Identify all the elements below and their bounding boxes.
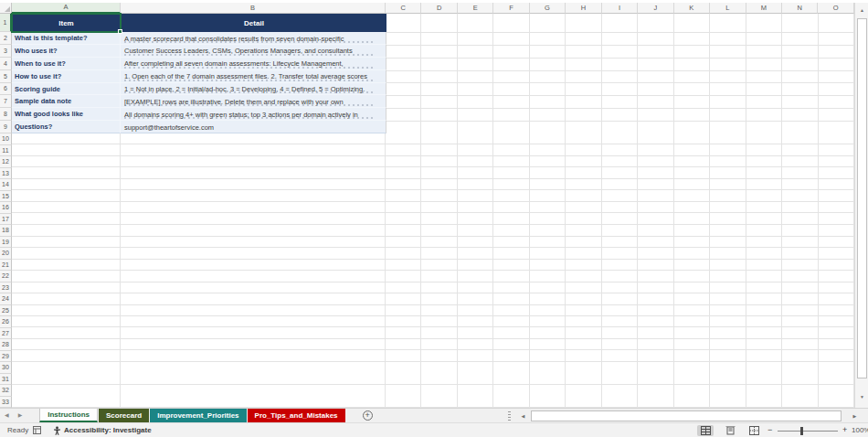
cell-detail-row5[interactable]: 1. Open each of the 7 domain assessment … (121, 70, 386, 83)
cell-detail-row6[interactable]: 1 = Not in place, 2 = Initial/ad-hoc, 3 … (121, 83, 386, 96)
row-header-7[interactable]: 7 (0, 95, 12, 108)
row-header-29[interactable]: 29 (0, 351, 12, 363)
row-header-6[interactable]: 6 (0, 83, 12, 96)
row-header-9[interactable]: 9 (0, 121, 12, 133)
row-header-8[interactable]: 8 (0, 108, 12, 121)
normal-view-button[interactable] (697, 425, 714, 436)
cell-detail-row8[interactable]: All domains scoring 4+ with green status… (121, 108, 386, 121)
table-row: Who uses it?Customer Success Leaders, CS… (12, 45, 386, 58)
row-header-30[interactable]: 30 (0, 362, 12, 374)
row-header-15[interactable]: 15 (0, 191, 12, 203)
cell-detail-row7[interactable]: [EXAMPLE] rows are illustrative. Delete … (121, 95, 386, 108)
sheet-nav-right-icon[interactable]: ▶ (14, 409, 27, 422)
cell-detail-row2[interactable]: A master scorecard that consolidates res… (121, 32, 386, 45)
row-header-31[interactable]: 31 (0, 374, 12, 386)
zoom-out-icon[interactable]: − (767, 425, 772, 434)
row-header-20[interactable]: 20 (0, 248, 12, 260)
row-header-25[interactable]: 25 (0, 305, 12, 317)
select-all-corner[interactable] (0, 3, 12, 14)
column-header-M[interactable]: M (746, 3, 782, 14)
column-header-row: ABCDEFGHIJKLMNO (0, 3, 854, 14)
sheet-tab-pro_tips_and_mistakes[interactable]: Pro_Tips_and_Mistakes (248, 409, 345, 422)
row-header-26[interactable]: 26 (0, 316, 12, 328)
cell-detail-row9[interactable]: support@theartofservice.com (121, 121, 386, 133)
gridlines-horizontal-empty (12, 133, 854, 408)
row-header-21[interactable]: 21 (0, 260, 12, 272)
cell-item-row9[interactable]: Questions? (12, 121, 121, 133)
column-header-H[interactable]: H (566, 3, 601, 14)
scroll-up-icon[interactable]: ▲ (856, 4, 868, 16)
row-header-24[interactable]: 24 (0, 293, 12, 305)
row-header-17[interactable]: 17 (0, 214, 12, 226)
gridline-col-b-c (385, 133, 386, 408)
cell-detail-row3[interactable]: Customer Success Leaders, CSMs, Operatio… (121, 45, 386, 58)
row-header-4[interactable]: 4 (0, 58, 12, 70)
row-header-10[interactable]: 10 (0, 133, 12, 145)
cell-item-row4[interactable]: When to use it? (12, 58, 121, 70)
zoom-level-label[interactable]: 100% (852, 426, 868, 434)
row-header-3[interactable]: 3 (0, 45, 12, 58)
status-bar: Ready Accessibility: Investigate − + 100… (0, 422, 868, 437)
column-header-E[interactable]: E (458, 3, 493, 14)
header-cell-detail[interactable]: Detail (121, 14, 386, 32)
new-sheet-button[interactable]: + (363, 410, 373, 421)
zoom-slider-track[interactable] (778, 431, 838, 432)
macro-record-icon[interactable] (33, 426, 41, 436)
cell-item-row7[interactable]: Sample data note (12, 95, 121, 108)
sheet-nav-left-icon[interactable]: ◀ (0, 409, 14, 422)
zoom-in-icon[interactable]: + (842, 425, 847, 434)
sheet-tab-bar: ◀ ▶ InstructionsScorecardImprovement_Pri… (0, 408, 868, 422)
column-header-K[interactable]: K (674, 3, 710, 14)
row-header-18[interactable]: 18 (0, 225, 12, 237)
accessibility-status-label[interactable]: Accessibility: Investigate (64, 426, 152, 434)
cell-item-row6[interactable]: Scoring guide (12, 83, 121, 96)
sheet-tab-scorecard[interactable]: Scorecard (99, 409, 149, 422)
sheet-tab-instructions[interactable]: Instructions (39, 409, 98, 422)
row-header-13[interactable]: 13 (0, 168, 12, 180)
row-header-32[interactable]: 32 (0, 385, 12, 397)
column-header-C[interactable]: C (386, 3, 421, 14)
scroll-left-icon[interactable]: ◀ (517, 410, 529, 421)
column-header-O[interactable]: O (818, 3, 853, 14)
cell-item-row8[interactable]: What good looks like (12, 108, 121, 121)
cell-item-row5[interactable]: How to use it? (12, 70, 121, 83)
column-header-F[interactable]: F (493, 3, 529, 14)
header-cell-item[interactable]: Item (12, 14, 121, 32)
cell-detail-row4[interactable]: After completing all seven domain assess… (121, 58, 386, 70)
row-header-2[interactable]: 2 (0, 32, 12, 45)
tab-splitter-grip[interactable] (508, 411, 511, 421)
row-header-33[interactable]: 33 (0, 397, 12, 409)
column-header-D[interactable]: D (421, 3, 457, 14)
cell-item-row2[interactable]: What is this template? (12, 32, 121, 45)
row-header-27[interactable]: 27 (0, 328, 12, 340)
row-header-19[interactable]: 19 (0, 237, 12, 249)
excel-window: ABCDEFGHIJKLMNO 123456789101112131415161… (0, 0, 868, 437)
row-header-28[interactable]: 28 (0, 339, 12, 351)
column-header-N[interactable]: N (782, 3, 818, 14)
vertical-scrollbar[interactable]: ▲ ▼ (854, 3, 868, 408)
row-header-12[interactable]: 12 (0, 156, 12, 168)
row-header-16[interactable]: 16 (0, 202, 12, 214)
vertical-scrollbar-thumb[interactable] (857, 18, 867, 378)
scroll-down-icon[interactable]: ▼ (856, 390, 868, 402)
row-header-1[interactable]: 1 (0, 14, 12, 32)
row-header-11[interactable]: 11 (0, 145, 12, 157)
column-header-L[interactable]: L (710, 3, 746, 14)
column-header-B[interactable]: B (121, 3, 386, 14)
accessibility-icon (53, 426, 61, 437)
row-header-14[interactable]: 14 (0, 179, 12, 191)
horizontal-scrollbar-thumb[interactable] (531, 410, 842, 421)
scroll-right-icon[interactable]: ▶ (849, 410, 861, 421)
row-header-22[interactable]: 22 (0, 271, 12, 282)
column-header-G[interactable]: G (530, 3, 566, 14)
cell-item-row3[interactable]: Who uses it? (12, 45, 121, 58)
row-header-23[interactable]: 23 (0, 282, 12, 294)
column-header-J[interactable]: J (638, 3, 673, 14)
zoom-slider-thumb[interactable] (800, 427, 803, 435)
column-header-A[interactable]: A (12, 3, 121, 14)
page-break-preview-button[interactable] (746, 425, 762, 436)
row-header-5[interactable]: 5 (0, 70, 12, 83)
sheet-tab-improvement_priorities[interactable]: Improvement_Priorities (150, 409, 246, 422)
page-layout-view-button[interactable] (722, 425, 738, 436)
column-header-I[interactable]: I (602, 3, 638, 14)
